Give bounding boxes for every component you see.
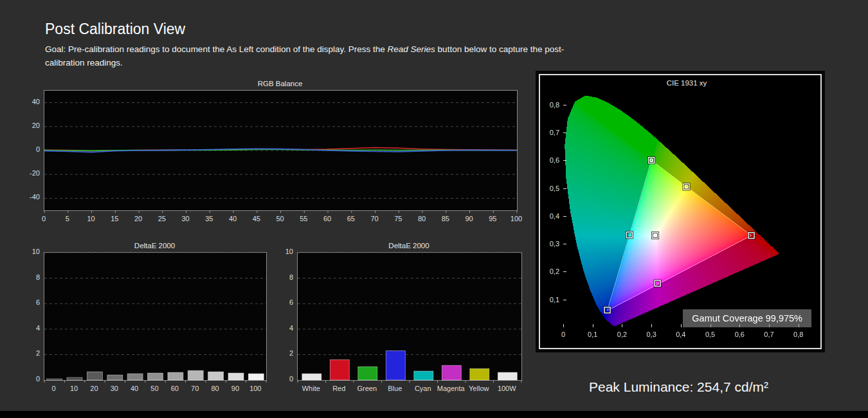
axis-tick-label: 0 [554, 331, 572, 338]
axis-tick-label: 95 [483, 215, 502, 223]
axis-tick-label: 0,4 [672, 331, 690, 338]
axis-tick-label: 90 [460, 215, 479, 223]
axis-tick-label: 100 [507, 215, 526, 223]
axis-tick-label: 0,4 [541, 212, 559, 220]
axis-tick-label: 0 [34, 215, 53, 223]
axis-tick-label: 0,3 [642, 331, 660, 338]
axis-tick-label: 0,6 [541, 156, 559, 164]
axis-tick-label: -40 [18, 193, 40, 201]
goal-text: Goal: Pre-calibration readings to docume… [45, 43, 590, 70]
axis-tick-label: 5 [58, 215, 77, 223]
axis-tick-label: 85 [436, 215, 455, 223]
axis-tick-label: 0,1 [541, 296, 559, 304]
axis-tick-label: 6 [18, 298, 40, 306]
axis-tick-label: 8 [271, 273, 293, 281]
axis-tick-label: 65 [341, 215, 361, 223]
axis-tick-label: 80 [412, 215, 431, 223]
axis-tick-label: 0,7 [760, 331, 778, 338]
axis-tick-label: 10 [82, 215, 101, 223]
axis-tick-label: 4 [18, 324, 40, 332]
axis-tick-label: 0 [18, 375, 40, 383]
axis-tick-label: 55 [294, 215, 313, 223]
axis-tick-label: 0,5 [701, 331, 719, 338]
axis-tick-label: 10 [271, 248, 293, 255]
goal-prefix: Goal: Pre-calibration readings to docume… [45, 44, 388, 54]
deltae-colors-title: DeltaE 2000 [297, 242, 521, 250]
axis-tick-label: -20 [18, 169, 40, 177]
axis-tick-label: 0 [18, 145, 40, 153]
page-title: Post Calibration View [45, 21, 185, 38]
deltae-grayscale-plot [44, 252, 267, 381]
axis-tick-label: 2 [18, 349, 40, 357]
axis-tick-label: 15 [105, 215, 124, 223]
axis-tick-label: 50 [271, 215, 290, 223]
deltae-grayscale-title: DeltaE 2000 [44, 242, 266, 250]
axis-tick-label: 0,5 [541, 185, 559, 192]
axis-tick-label: 0,6 [730, 331, 748, 338]
axis-tick-label: 30 [176, 215, 195, 223]
cie-title: CIE 1931 xy [563, 79, 810, 87]
axis-tick-label: 40 [223, 215, 242, 223]
bottom-bar [0, 411, 868, 418]
rgb-balance-chart: RGB Balance -40-200204005101520253035404… [15, 80, 530, 232]
axis-tick-label: 0,3 [541, 240, 559, 248]
axis-tick-label: 10 [18, 248, 40, 255]
cie-diagram-canvas [563, 91, 810, 327]
axis-tick-label: 100 [240, 385, 271, 392]
axis-tick-label: 20 [129, 215, 148, 223]
deltae-grayscale-chart: DeltaE 2000 0246810010203040506070809010… [15, 242, 285, 404]
axis-tick-label: 0,8 [541, 101, 559, 109]
axis-tick-label: 0 [271, 375, 293, 383]
axis-tick-label: 0,1 [584, 331, 602, 338]
axis-tick-label: 6 [271, 298, 293, 306]
axis-tick-label: 20 [18, 122, 40, 129]
axis-tick-label: 45 [247, 215, 266, 223]
post-calibration-view: Post Calibration View Goal: Pre-calibrat… [0, 0, 868, 418]
deltae-colors-plot [297, 252, 522, 381]
axis-tick-label: 25 [152, 215, 172, 223]
axis-tick-label: 75 [388, 215, 408, 223]
axis-tick-label: 35 [199, 215, 219, 223]
axis-tick-label: 0,2 [613, 331, 631, 338]
axis-tick-label: 40 [18, 98, 40, 105]
gamut-coverage-badge: Gamut Coverage 99,975% [683, 309, 811, 327]
peak-luminance-text: Peak Luminance: 254,7 cd/m² [589, 379, 768, 395]
axis-tick-label: 0,7 [541, 129, 559, 136]
axis-tick-label: 4 [271, 324, 293, 332]
cie-1931-chart: CIE 1931 xy Gamut Coverage 99,975% 00,10… [539, 74, 822, 349]
rgb-balance-plot [44, 90, 518, 211]
axis-tick-label: 2 [271, 349, 293, 357]
axis-tick-label: 0,2 [541, 268, 559, 275]
goal-emphasis: Read Series [388, 44, 435, 54]
axis-tick-label: 70 [365, 215, 384, 223]
axis-tick-label: 100W [488, 385, 527, 392]
axis-tick-label: 60 [318, 215, 337, 223]
deltae-colors-chart: DeltaE 2000 0246810WhiteRedGreenBlueCyan… [269, 242, 544, 404]
axis-tick-label: 0,8 [790, 331, 808, 338]
axis-tick-label: 8 [18, 273, 40, 281]
rgb-balance-title: RGB Balance [44, 80, 516, 87]
